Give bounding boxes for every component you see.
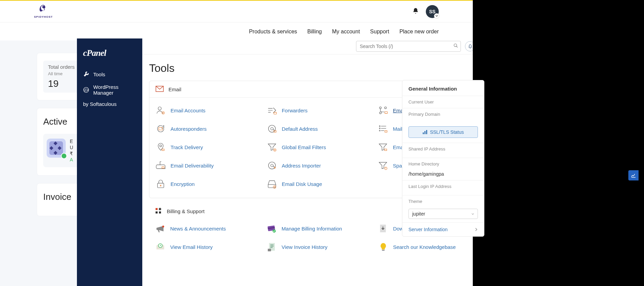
sidebar-item-wordpress[interactable]: WordPress Manager (82, 81, 138, 99)
tool-news[interactable]: News & Announcements (152, 221, 263, 236)
chart-icon (631, 173, 636, 178)
tool-label: Autoresponders (171, 126, 207, 132)
list-icon (378, 124, 388, 134)
mail-clock-icon (155, 242, 165, 252)
brand-logo[interactable]: SPIDYHOST (34, 4, 53, 18)
server-information-link[interactable]: Server Information (402, 222, 484, 236)
at-icon (267, 124, 277, 134)
tool-label: View Email History (170, 244, 213, 250)
svg-rect-46 (426, 130, 427, 134)
nav-billing[interactable]: Billing (307, 29, 322, 35)
tool-global-filters[interactable]: Global Email Filters (263, 139, 375, 155)
funnel-warn-icon (378, 160, 388, 171)
svg-point-5 (158, 107, 161, 110)
tool-label: Encryption (171, 181, 195, 187)
home-dir-value: /home/gamingpa (402, 170, 484, 180)
tool-track-delivery[interactable]: Track Delivery (152, 139, 263, 155)
tool-address-importer[interactable]: Address Importer (263, 158, 375, 173)
tool-encryption[interactable]: Encryption (152, 176, 263, 192)
funnel-icon (378, 142, 388, 152)
svg-rect-24 (162, 167, 164, 169)
ssl-status-button[interactable]: SSL/TLS Status (408, 126, 478, 138)
svg-point-10 (380, 112, 382, 114)
tool-label: Address Importer (282, 163, 321, 169)
svg-point-25 (268, 162, 275, 169)
server-info-label: Server Information (408, 227, 448, 232)
svg-rect-33 (156, 211, 158, 213)
svg-point-8 (380, 107, 382, 109)
tool-default-address[interactable]: Default Address (263, 121, 375, 137)
svg-point-20 (160, 145, 162, 147)
svg-point-18 (380, 130, 381, 131)
sidebar-wp-label: WordPress Manager (93, 84, 136, 96)
tool-forwarders[interactable]: Forwarders (263, 102, 375, 118)
tool-manage-billing[interactable]: Manage Billing Information (263, 221, 374, 236)
right-black-region (473, 0, 644, 286)
tool-deliverability[interactable]: Email Deliverability (152, 158, 263, 173)
info-title: General Information (402, 80, 484, 96)
svg-rect-11 (385, 112, 388, 114)
primary-domain-label: Primary Domain (402, 108, 484, 123)
brand-name: SPIDYHOST (34, 15, 53, 18)
routing-icon (378, 105, 388, 115)
nav-support[interactable]: Support (370, 29, 389, 35)
tool-label: View Invoice History (281, 244, 327, 250)
tool-label: Manage Billing Information (281, 226, 342, 232)
bell-icon[interactable] (412, 7, 419, 16)
tool-label: News & Announcements (170, 226, 226, 232)
wrench-icon (83, 71, 89, 77)
svg-rect-7 (274, 112, 276, 114)
sidebar-item-tools[interactable]: Tools (82, 68, 138, 81)
cpanel-topbar (142, 38, 492, 54)
nav-myaccount[interactable]: My account (332, 29, 360, 35)
card-icon (267, 223, 277, 234)
search-input[interactable] (356, 41, 461, 52)
caret-down-icon (471, 211, 474, 217)
tool-email-accounts[interactable]: Email Accounts (152, 102, 263, 118)
svg-point-17 (380, 128, 381, 129)
wordpress-icon (83, 87, 89, 93)
bulb-icon (378, 242, 388, 252)
tool-invoice-history[interactable]: View Invoice History (263, 239, 374, 255)
user-plus-icon (156, 105, 166, 115)
main-nav: Products & services Billing My account S… (0, 22, 473, 41)
current-user-label: Current User (402, 96, 484, 108)
download-icon (378, 223, 388, 234)
tool-label: Search our Knowledgebase (393, 244, 456, 250)
disk-icon (267, 179, 277, 189)
nav-products[interactable]: Products & services (249, 29, 297, 35)
svg-rect-19 (385, 131, 387, 132)
search-icon[interactable] (453, 43, 458, 49)
tool-label: Forwarders (282, 108, 308, 113)
svg-point-26 (271, 164, 273, 167)
tool-label: Email Deliverability (171, 163, 214, 169)
bars-icon (422, 130, 427, 134)
sidebar-wp-subtitle: by Softaculous (82, 99, 138, 110)
svg-point-35 (162, 226, 164, 228)
svg-point-14 (271, 127, 273, 130)
funnel-plus-icon (267, 142, 277, 152)
user-avatar[interactable]: SS (426, 5, 439, 18)
last-login-label: Last Login IP Address (402, 180, 484, 195)
apps-icon (155, 208, 162, 214)
check-icon (61, 153, 67, 159)
dragon-icon (38, 4, 49, 15)
tool-email-history[interactable]: View Email History (152, 239, 263, 255)
megaphone-icon (155, 223, 165, 234)
tool-knowledgebase[interactable]: Search our Knowledgebase (375, 239, 486, 255)
tool-email-disk-usage[interactable]: Email Disk Usage (263, 176, 375, 192)
stats-fab[interactable] (628, 170, 639, 180)
refresh-icon (156, 124, 166, 134)
svg-rect-34 (159, 211, 161, 213)
ssl-button-label: SSL/TLS Status (430, 129, 464, 135)
theme-select[interactable]: jupiter (408, 209, 478, 219)
tool-label: Email Accounts (171, 108, 206, 113)
theme-value: jupiter (412, 211, 425, 217)
nav-place-order[interactable]: Place new order (399, 29, 439, 35)
svg-rect-21 (162, 149, 164, 151)
tool-label: Global Email Filters (282, 144, 326, 150)
search-wrapper (356, 41, 461, 52)
tool-label: Track Delivery (171, 144, 203, 150)
pin-icon (156, 142, 166, 152)
tool-autoresponders[interactable]: Autoresponders (152, 121, 263, 137)
